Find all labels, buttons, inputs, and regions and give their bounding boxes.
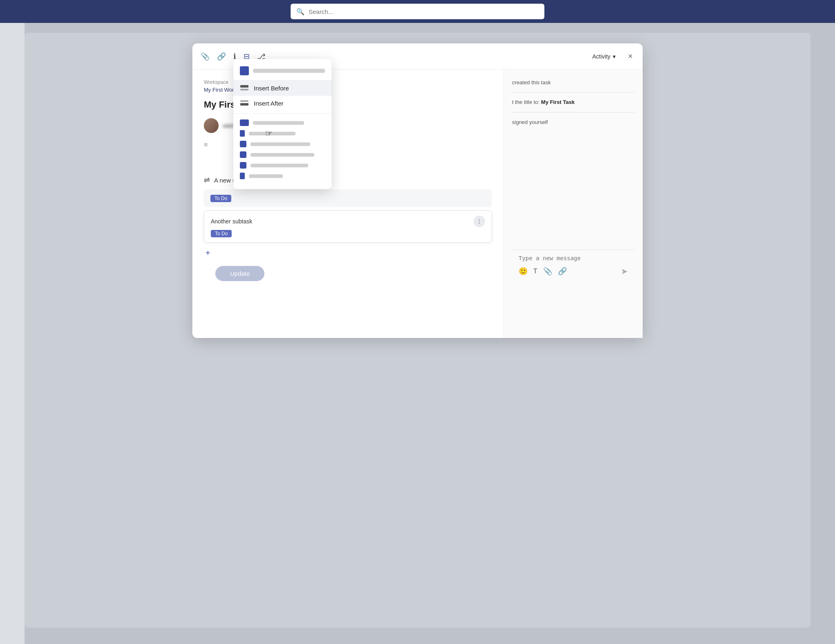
list-item: Another subtask ⋮ To Do xyxy=(204,210,492,243)
message-area: 🙂 T 📎 🔗 ➤ xyxy=(512,250,634,281)
svg-rect-0 xyxy=(240,85,248,88)
activity-title-prefix: t the title to: xyxy=(512,99,539,105)
activity-title-value: My First Task xyxy=(541,99,575,105)
cm-row-line xyxy=(250,153,314,157)
message-input[interactable] xyxy=(519,255,628,261)
list-item xyxy=(240,119,325,126)
avatar xyxy=(204,118,219,133)
svg-rect-1 xyxy=(240,89,248,90)
activity-divider-2 xyxy=(512,112,634,113)
main-area: 📎 🔗 ℹ ⊟ ⎇ Activity ▾ × Workspace My F xyxy=(0,23,835,644)
cm-row-line xyxy=(253,121,304,125)
activity-button[interactable]: Activity ▾ xyxy=(589,52,619,61)
activity-divider xyxy=(512,92,634,92)
activity-created: created this task xyxy=(512,78,634,87)
cm-row-block xyxy=(240,162,246,169)
insert-after-icon xyxy=(240,100,249,107)
activity-assigned: signed yourself xyxy=(512,117,634,127)
svg-rect-2 xyxy=(240,100,248,102)
context-menu-header xyxy=(233,64,332,81)
cm-header-blue-block xyxy=(240,66,249,75)
context-menu-divider xyxy=(233,113,332,114)
list-item xyxy=(240,162,325,169)
search-icon: 🔍 xyxy=(296,8,305,16)
search-input[interactable] xyxy=(309,8,539,15)
cm-row-block xyxy=(240,130,245,137)
insert-after-item[interactable]: Insert After xyxy=(233,96,332,111)
cm-row-line xyxy=(250,142,310,146)
list-item xyxy=(240,130,325,137)
top-bar: 🔍 xyxy=(0,0,835,23)
status-badge[interactable]: To Do xyxy=(210,195,231,202)
cm-row-line xyxy=(250,164,308,167)
subtask-menu-button[interactable]: ⋮ xyxy=(474,216,485,227)
list-item xyxy=(240,141,325,147)
insert-before-label: Insert Before xyxy=(254,85,289,92)
cm-row-line xyxy=(249,132,296,135)
plus-icon: + xyxy=(205,248,210,258)
add-subtask-button[interactable]: + xyxy=(204,247,212,259)
subtask-icon: ⇌ xyxy=(204,176,210,185)
cm-row-block xyxy=(240,173,245,179)
attach-icon[interactable]: 📎 xyxy=(543,267,552,276)
cm-row-block xyxy=(240,119,249,126)
subtask-top: Another subtask ⋮ xyxy=(211,216,485,227)
update-button[interactable]: Update xyxy=(215,266,264,281)
subtask-status-badge[interactable]: To Do xyxy=(211,230,232,237)
context-menu: Insert Before Insert After xyxy=(233,59,332,189)
modal-right: created this task t the title to: My Fir… xyxy=(503,70,643,338)
activity-chevron-icon: ▾ xyxy=(613,53,616,60)
cm-row-block xyxy=(240,141,246,147)
insert-before-item[interactable]: Insert Before xyxy=(233,81,332,96)
cm-header-gray-line xyxy=(253,69,325,73)
cm-row-block xyxy=(240,151,246,158)
svg-rect-3 xyxy=(240,103,248,106)
link-icon[interactable]: 🔗 xyxy=(217,52,226,61)
list-item xyxy=(240,151,325,158)
activity-title-change: t the title to: My First Task xyxy=(512,97,634,107)
subtask-name: Another subtask xyxy=(211,218,252,225)
list-item: To Do xyxy=(204,189,492,207)
list-item xyxy=(240,173,325,179)
modal-overlay: 📎 🔗 ℹ ⊟ ⎇ Activity ▾ × Workspace My F xyxy=(0,23,835,644)
activity-created-text: created this task xyxy=(512,79,551,86)
cm-row-line xyxy=(249,174,283,178)
message-toolbar: 🙂 T 📎 🔗 ➤ xyxy=(519,266,628,276)
insert-before-icon xyxy=(240,85,249,92)
activity-assigned-text: signed yourself xyxy=(512,119,548,125)
paperclip-icon[interactable]: 📎 xyxy=(201,52,210,61)
search-bar[interactable]: 🔍 xyxy=(291,4,544,19)
avatar-image xyxy=(204,118,219,133)
insert-after-label: Insert After xyxy=(254,100,284,107)
text-format-icon[interactable]: T xyxy=(533,268,537,275)
cm-content-rows xyxy=(233,116,332,179)
link-message-icon[interactable]: 🔗 xyxy=(558,267,567,276)
send-button[interactable]: ➤ xyxy=(621,266,628,276)
close-button[interactable]: × xyxy=(626,50,634,63)
activity-log: created this task t the title to: My Fir… xyxy=(512,78,634,127)
activity-label: Activity xyxy=(592,53,610,60)
emoji-icon[interactable]: 🙂 xyxy=(519,267,528,276)
